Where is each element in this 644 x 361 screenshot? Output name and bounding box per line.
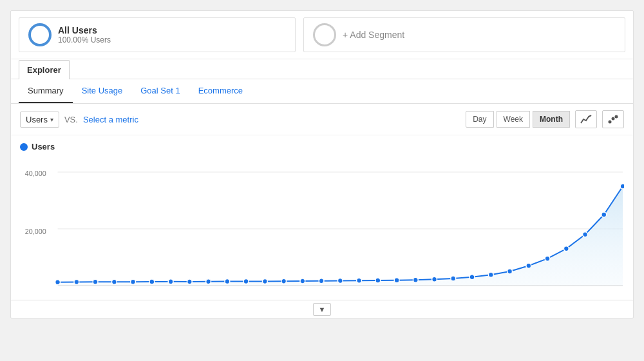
svg-point-20 <box>319 278 324 284</box>
explorer-tab-row: Explorer <box>11 59 633 79</box>
toolbar-left: Users ▾ VS. Select a metric <box>20 112 138 128</box>
segment-row: All Users 100.00% Users + Add Segment <box>11 11 633 59</box>
svg-point-0 <box>609 121 612 124</box>
svg-point-12 <box>168 279 173 284</box>
add-segment-label: + Add Segment <box>343 30 404 40</box>
svg-point-16 <box>243 278 249 284</box>
line-chart-button[interactable] <box>575 110 597 128</box>
main-container: All Users 100.00% Users + Add Segment Ex… <box>10 10 634 318</box>
chart-legend: Users <box>20 142 624 151</box>
day-button[interactable]: Day <box>466 111 493 128</box>
chart-svg-container: 40,000 20,000 <box>20 158 624 300</box>
y-label-20k: 20,000 <box>25 228 46 235</box>
svg-point-13 <box>187 279 192 284</box>
legend-label: Users <box>32 142 55 151</box>
svg-point-24 <box>394 278 399 283</box>
toolbar-right: Day Week Month <box>466 110 624 128</box>
chart-svg: 40,000 20,000 <box>20 158 624 300</box>
svg-point-22 <box>357 278 362 283</box>
chevron-down-icon: ▾ <box>50 116 53 123</box>
svg-point-26 <box>432 277 437 282</box>
svg-point-2 <box>615 115 618 119</box>
paginator-button[interactable]: ▼ <box>313 303 332 316</box>
dot-chart-button[interactable] <box>602 110 624 128</box>
svg-point-36 <box>620 184 624 189</box>
all-users-name: All Users <box>58 25 111 35</box>
bottom-bar: ▼ <box>11 300 633 318</box>
subnav-ecommerce[interactable]: Ecommerce <box>189 79 252 103</box>
metric-label: Users <box>26 115 48 124</box>
svg-point-34 <box>583 232 588 237</box>
svg-point-30 <box>507 269 513 274</box>
y-label-40k: 40,000 <box>25 170 46 177</box>
all-users-icon <box>28 23 52 46</box>
all-users-sub: 100.00% Users <box>58 35 111 44</box>
paginator-icon: ▼ <box>319 306 326 313</box>
svg-point-15 <box>225 279 230 284</box>
svg-point-8 <box>93 279 98 284</box>
svg-point-7 <box>74 280 79 285</box>
toolbar-row: Users ▾ VS. Select a metric Day Week Mon… <box>11 104 633 135</box>
vs-label: VS. <box>64 115 78 124</box>
svg-point-1 <box>612 117 615 121</box>
svg-point-14 <box>206 279 211 284</box>
sub-nav: Summary Site Usage Goal Set 1 Ecommerce <box>11 79 633 104</box>
svg-point-21 <box>337 278 343 284</box>
svg-point-10 <box>131 279 136 284</box>
svg-point-25 <box>413 277 418 282</box>
svg-point-9 <box>111 279 117 284</box>
chart-area: Users 40,000 20,000 <box>11 135 633 300</box>
subnav-site-usage[interactable]: Site Usage <box>73 79 132 103</box>
subnav-goal-set[interactable]: Goal Set 1 <box>131 79 189 103</box>
svg-point-27 <box>451 276 456 281</box>
svg-point-19 <box>300 278 305 284</box>
chart-group <box>55 184 624 286</box>
svg-point-6 <box>55 280 61 285</box>
svg-point-23 <box>375 278 381 283</box>
all-users-text: All Users 100.00% Users <box>58 25 111 44</box>
svg-point-29 <box>488 272 493 277</box>
svg-point-32 <box>545 256 550 261</box>
svg-point-28 <box>469 275 475 280</box>
add-segment-icon <box>313 23 336 46</box>
metric-dropdown[interactable]: Users ▾ <box>20 112 59 128</box>
month-button[interactable]: Month <box>533 111 570 128</box>
svg-point-18 <box>281 278 287 284</box>
select-metric-link[interactable]: Select a metric <box>83 115 138 124</box>
svg-point-11 <box>149 279 155 284</box>
dot-chart-icon <box>607 114 619 124</box>
all-users-segment[interactable]: All Users 100.00% Users <box>19 17 296 52</box>
svg-point-31 <box>526 263 531 268</box>
week-button[interactable]: Week <box>497 111 530 128</box>
svg-point-35 <box>601 212 607 217</box>
svg-point-17 <box>262 278 267 284</box>
line-chart-icon <box>580 114 592 124</box>
legend-dot <box>20 143 28 151</box>
svg-point-33 <box>564 246 569 251</box>
add-segment-box[interactable]: + Add Segment <box>303 17 625 52</box>
explorer-tab[interactable]: Explorer <box>19 60 70 79</box>
subnav-summary[interactable]: Summary <box>19 79 73 103</box>
